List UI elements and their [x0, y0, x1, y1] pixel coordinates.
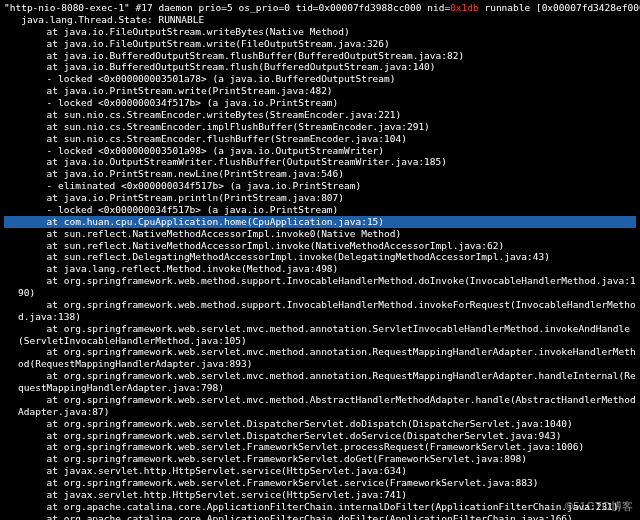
- thread-state: java.lang.Thread.State: RUNNABLE: [4, 14, 636, 26]
- stack-frame: at org.springframework.web.servlet.mvc.m…: [4, 370, 636, 394]
- stack-frame: at sun.nio.cs.StreamEncoder.writeBytes(S…: [4, 109, 636, 121]
- stack-frame: at java.io.BufferedOutputStream.flushBuf…: [4, 50, 636, 62]
- stack-frame: - locked <0x000000003501a98> (a java.io.…: [4, 145, 636, 157]
- stack-frame: at sun.nio.cs.StreamEncoder.flushBuffer(…: [4, 133, 636, 145]
- stack-frame: at org.springframework.web.servlet.mvc.m…: [4, 346, 636, 370]
- stack-frame: at org.springframework.web.servlet.Dispa…: [4, 418, 636, 430]
- stack-frame: at sun.reflect.NativeMethodAccessorImpl.…: [4, 228, 636, 240]
- stack-frame: at org.springframework.web.method.suppor…: [4, 299, 636, 323]
- stack-frame: - eliminated <0x000000034f517b> (a java.…: [4, 180, 636, 192]
- stack-frame: at org.apache.catalina.core.ApplicationF…: [4, 501, 636, 513]
- stack-frame: at java.io.PrintStream.newLine(PrintStre…: [4, 168, 636, 180]
- stack-frame: at javax.servlet.http.HttpServlet.servic…: [4, 465, 636, 477]
- stack-frame: at org.springframework.web.servlet.mvc.m…: [4, 394, 636, 418]
- stack-frame: at org.springframework.web.servlet.mvc.m…: [4, 323, 636, 347]
- stack-frame: - locked <0x000000034f517b> (a java.io.P…: [4, 97, 636, 109]
- stack-frame: at java.io.BufferedOutputStream.flush(Bu…: [4, 61, 636, 73]
- stack-frame: at com.huan.cpu.CpuApplication.home(CpuA…: [4, 216, 636, 228]
- stack-frame: at sun.reflect.DelegatingMethodAccessorI…: [4, 251, 636, 263]
- stack-frame: at sun.reflect.NativeMethodAccessorImpl.…: [4, 240, 636, 252]
- stack-frame: at org.springframework.web.servlet.Dispa…: [4, 430, 636, 442]
- stack-frame: at org.apache.catalina.core.ApplicationF…: [4, 513, 636, 520]
- nid-value: 0x1db: [450, 2, 479, 13]
- stack-trace: at java.io.FileOutputStream.writeBytes(N…: [4, 26, 636, 520]
- stack-frame: at org.springframework.web.method.suppor…: [4, 275, 636, 299]
- stack-frame: at org.springframework.web.servlet.Frame…: [4, 477, 636, 489]
- stack-frame: at org.springframework.web.servlet.Frame…: [4, 453, 636, 465]
- stack-frame: at java.io.OutputStreamWriter.flushBuffe…: [4, 156, 636, 168]
- stack-frame: at java.io.PrintStream.println(PrintStre…: [4, 192, 636, 204]
- stack-frame: at java.lang.reflect.Method.invoke(Metho…: [4, 263, 636, 275]
- thread-header: "http-nio-8080-exec-1" #17 daemon prio=5…: [4, 2, 636, 14]
- stack-frame: at sun.nio.cs.StreamEncoder.implFlushBuf…: [4, 121, 636, 133]
- stack-frame: at javax.servlet.http.HttpServlet.servic…: [4, 489, 636, 501]
- watermark: ©51CTO博客: [565, 500, 634, 514]
- stack-frame: at java.io.FileOutputStream.writeBytes(N…: [4, 26, 636, 38]
- stack-frame: - locked <0x000000003501a78> (a java.io.…: [4, 73, 636, 85]
- stack-frame: at java.io.PrintStream.write(PrintStream…: [4, 85, 636, 97]
- stack-frame: at org.springframework.web.servlet.Frame…: [4, 441, 636, 453]
- stack-frame: - locked <0x000000034f517b> (a java.io.P…: [4, 204, 636, 216]
- stack-frame: at java.io.FileOutputStream.write(FileOu…: [4, 38, 636, 50]
